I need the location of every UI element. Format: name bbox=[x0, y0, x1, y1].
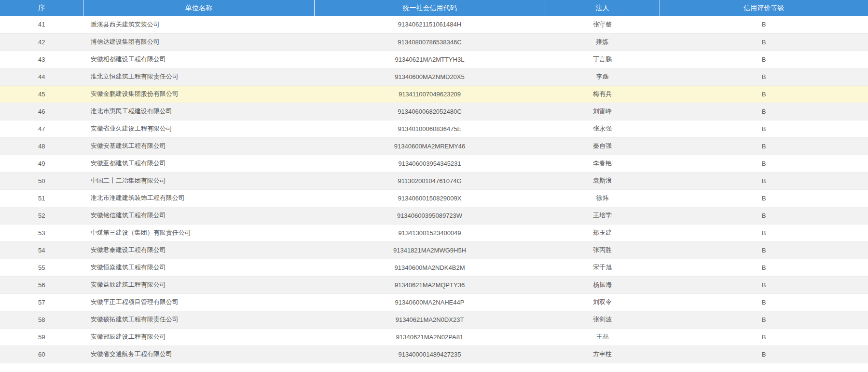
cell-legal-person: 杨振海 bbox=[545, 276, 660, 293]
cell-company-name: 安徽金鹏建设集团股份有限公司 bbox=[83, 85, 315, 103]
cell-seq: 54 bbox=[0, 241, 83, 259]
table-row[interactable]: 49安徽亚都建筑工程有限公司913406003954345231李春艳B bbox=[0, 155, 868, 172]
cell-seq: 44 bbox=[0, 68, 83, 85]
cell-seq: 56 bbox=[0, 276, 83, 293]
cell-company-name: 安徽君泰建设工程有限公司 bbox=[83, 241, 315, 259]
cell-company-name: 中国二十二冶集团有限公司 bbox=[83, 172, 315, 189]
cell-rating: B bbox=[660, 120, 868, 137]
cell-credit-code: 913406003954345231 bbox=[314, 155, 545, 172]
cell-company-name: 淮北市淮建建筑装饰工程有限公司 bbox=[83, 189, 315, 207]
cell-rating: B bbox=[660, 137, 868, 155]
table-row[interactable]: 42博信达建设集团有限公司91340800786538346C雍炼B bbox=[0, 33, 868, 51]
cell-legal-person: 李春艳 bbox=[545, 155, 660, 172]
cell-credit-code: 913413001523400049 bbox=[314, 224, 545, 241]
header-company-name: 单位名称 bbox=[83, 0, 315, 16]
cell-company-name: 中煤第三建设（集团）有限责任公司 bbox=[83, 224, 315, 241]
table-row[interactable]: 54安徽君泰建设工程有限公司91341821MA2MWG9H5H张丙胜B bbox=[0, 241, 868, 259]
cell-legal-person: 秦自强 bbox=[545, 137, 660, 155]
table-row[interactable]: 58安徽硕拓建筑工程有限责任公司91340621MA2N0DX23T张剑波B bbox=[0, 311, 868, 328]
cell-company-name: 淮北立恒建筑工程有限责任公司 bbox=[83, 68, 315, 85]
cell-company-name: 安徽平正工程项目管理有限公司 bbox=[83, 293, 315, 311]
cell-rating: B bbox=[660, 33, 868, 51]
cell-rating: B bbox=[660, 345, 868, 363]
cell-credit-code: 91340100060836475E bbox=[314, 120, 545, 137]
cell-seq: 41 bbox=[0, 16, 83, 33]
cell-legal-person: 张丙胜 bbox=[545, 241, 660, 259]
cell-legal-person: 丁言鹏 bbox=[545, 51, 660, 68]
cell-legal-person: 王晶 bbox=[545, 328, 660, 345]
table-row[interactable]: 48安徽安基建筑工程有限公司91340600MA2MREMY46秦自强B bbox=[0, 137, 868, 155]
cell-credit-code: 913400001489427235 bbox=[314, 345, 545, 363]
cell-credit-code: 91340800786538346C bbox=[314, 33, 545, 51]
header-rating: 信用评价等级 bbox=[660, 0, 868, 16]
cell-company-name: 安徽铭信建筑工程有限公司 bbox=[83, 207, 315, 224]
cell-seq: 50 bbox=[0, 172, 83, 189]
cell-seq: 51 bbox=[0, 189, 83, 207]
cell-company-name: 安徽益欣建筑工程有限公司 bbox=[83, 276, 315, 293]
cell-rating: B bbox=[660, 259, 868, 276]
cell-rating: B bbox=[660, 172, 868, 189]
cell-company-name: 安徽省业久建设工程有限公司 bbox=[83, 120, 315, 137]
cell-rating: B bbox=[660, 293, 868, 311]
cell-credit-code: 91340621MA2N02PA81 bbox=[314, 328, 545, 345]
cell-seq: 43 bbox=[0, 51, 83, 68]
cell-company-name: 安徽恒焱建筑工程有限公司 bbox=[83, 259, 315, 276]
cell-credit-code: 91340621MA2MQPTY36 bbox=[314, 276, 545, 293]
cell-seq: 57 bbox=[0, 293, 83, 311]
cell-legal-person: 梅有兵 bbox=[545, 85, 660, 103]
cell-seq: 49 bbox=[0, 155, 83, 172]
table-row[interactable]: 47安徽省业久建设工程有限公司91340100060836475E张永强B bbox=[0, 120, 868, 137]
table-row[interactable]: 53中煤第三建设（集团）有限责任公司913413001523400049郑玉建B bbox=[0, 224, 868, 241]
table-row[interactable]: 43安徽相都建设工程有限公司91340621MA2MTTYH3L丁言鹏B bbox=[0, 51, 868, 68]
cell-rating: B bbox=[660, 68, 868, 85]
header-legal-person: 法人 bbox=[545, 0, 660, 16]
cell-legal-person: 李磊 bbox=[545, 68, 660, 85]
table-row[interactable]: 45安徽金鹏建设集团股份有限公司913411007049623209梅有兵B bbox=[0, 85, 868, 103]
cell-seq: 55 bbox=[0, 259, 83, 276]
cell-credit-code: 91340600MA2MREMY46 bbox=[314, 137, 545, 155]
table-row[interactable]: 41濉溪县西关建筑安装公司91340621151061484H张守整B bbox=[0, 16, 868, 33]
header-credit-code: 统一社会信用代码 bbox=[314, 0, 545, 16]
cell-legal-person: 方申柱 bbox=[545, 345, 660, 363]
table-row[interactable]: 44淮北立恒建筑工程有限责任公司91340600MA2NMD20X5李磊B bbox=[0, 68, 868, 85]
cell-company-name: 淮北市惠民工程建设有限公司 bbox=[83, 103, 315, 120]
cell-rating: B bbox=[660, 224, 868, 241]
cell-credit-code: 91340621MA2N0DX23T bbox=[314, 311, 545, 328]
cell-seq: 60 bbox=[0, 345, 83, 363]
cell-credit-code: 91130200104761074G bbox=[314, 172, 545, 189]
cell-legal-person: 徐炜 bbox=[545, 189, 660, 207]
cell-legal-person: 宋千旭 bbox=[545, 259, 660, 276]
cell-seq: 47 bbox=[0, 120, 83, 137]
table-row[interactable]: 60安徽省交通航务工程有限公司913400001489427235方申柱B bbox=[0, 345, 868, 363]
cell-rating: B bbox=[660, 276, 868, 293]
table-row[interactable]: 56安徽益欣建筑工程有限公司91340621MA2MQPTY36杨振海B bbox=[0, 276, 868, 293]
cell-seq: 48 bbox=[0, 137, 83, 155]
cell-credit-code: 91340621151061484H bbox=[314, 16, 545, 33]
cell-seq: 59 bbox=[0, 328, 83, 345]
cell-rating: B bbox=[660, 207, 868, 224]
cell-company-name: 安徽亚都建筑工程有限公司 bbox=[83, 155, 315, 172]
cell-seq: 53 bbox=[0, 224, 83, 241]
cell-credit-code: 91340600MA2NAHE44P bbox=[314, 293, 545, 311]
cell-rating: B bbox=[660, 16, 868, 33]
cell-company-name: 安徽相都建设工程有限公司 bbox=[83, 51, 315, 68]
cell-legal-person: 王培学 bbox=[545, 207, 660, 224]
table-row[interactable]: 52安徽铭信建筑工程有限公司91340600395089723W王培学B bbox=[0, 207, 868, 224]
cell-company-name: 安徽硕拓建筑工程有限责任公司 bbox=[83, 311, 315, 328]
table-row[interactable]: 51淮北市淮建建筑装饰工程有限公司91340600150829009X徐炜B bbox=[0, 189, 868, 207]
table-row[interactable]: 50中国二十二冶集团有限公司91130200104761074G袁斯浪B bbox=[0, 172, 868, 189]
table-row[interactable]: 55安徽恒焱建筑工程有限公司91340600MA2NDK4B2M宋千旭B bbox=[0, 259, 868, 276]
cell-seq: 42 bbox=[0, 33, 83, 51]
table-row[interactable]: 57安徽平正工程项目管理有限公司91340600MA2NAHE44P刘双令B bbox=[0, 293, 868, 311]
table-header: 序 单位名称 统一社会信用代码 法人 信用评价等级 bbox=[0, 0, 868, 16]
credit-rating-page: 序 单位名称 统一社会信用代码 法人 信用评价等级 41濉溪县西关建筑安装公司9… bbox=[0, 0, 868, 372]
cell-credit-code: 91341821MA2MWG9H5H bbox=[314, 241, 545, 259]
cell-legal-person: 袁斯浪 bbox=[545, 172, 660, 189]
table-header-row: 序 单位名称 统一社会信用代码 法人 信用评价等级 bbox=[0, 0, 868, 16]
table-row[interactable]: 59安徽冠辰建设工程有限公司91340621MA2N02PA81王晶B bbox=[0, 328, 868, 345]
cell-legal-person: 郑玉建 bbox=[545, 224, 660, 241]
cell-legal-person: 张永强 bbox=[545, 120, 660, 137]
cell-rating: B bbox=[660, 85, 868, 103]
table-row[interactable]: 46淮北市惠民工程建设有限公司91340600682052480C刘雷峰B bbox=[0, 103, 868, 120]
cell-legal-person: 刘双令 bbox=[545, 293, 660, 311]
